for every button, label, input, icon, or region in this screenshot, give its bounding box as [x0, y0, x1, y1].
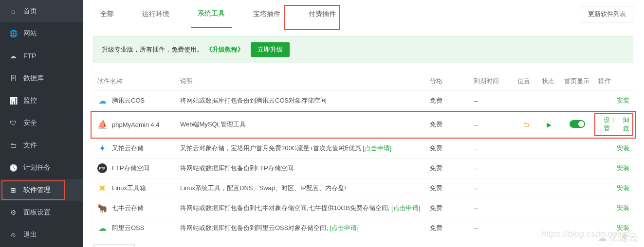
sidebar-item-label: 安全	[23, 119, 37, 127]
sidebar-item-label: 首页	[23, 7, 37, 16]
sidebar-item-label: FTP	[23, 52, 36, 60]
install-link[interactable]: 安装	[617, 224, 629, 231]
row-desc: 将网站或数据库打包备份到腾讯云COS对象存储空间	[180, 97, 327, 104]
row-name: 阿里云OSS	[112, 224, 144, 232]
tab-1[interactable]: 运行环境	[135, 0, 176, 28]
sidebar-item-label: 监控	[23, 96, 37, 105]
table-footer: 共7条数据 1 1/1	[93, 244, 633, 247]
install-link[interactable]: 安装	[617, 184, 629, 192]
install-link[interactable]: 安装	[617, 164, 629, 172]
settings-link[interactable]: 设置	[598, 116, 610, 133]
play-icon[interactable]: ▶	[547, 121, 552, 128]
table-row: FTPFTP存储空间将网站或数据库打包备份到FTP存储空间.免费--安装	[93, 159, 633, 178]
tab-3[interactable]: 宝塔插件	[246, 0, 287, 28]
main-panel: 全部运行环境系统工具宝塔插件付费插件 更新软件列表 升级专业版，所有插件，免费使…	[83, 0, 644, 247]
table-row: ☁阿里云OSS将网站或数据库打包备份到阿里云OSS对象存储空间, [点击申请]免…	[93, 218, 633, 238]
folder-icon: 🗀	[9, 141, 18, 149]
sidebar-item-label: 计划任务	[23, 163, 51, 172]
install-link[interactable]: 安装	[617, 97, 629, 104]
sidebar-item-label: 退出	[23, 230, 37, 239]
table-row: ✖Linux工具箱Linux系统工具，配置DNS、Swap、时区、IP配置、内存…	[93, 178, 633, 198]
apply-link[interactable]: [点击申请]	[363, 144, 391, 152]
app-icon: ✖	[97, 183, 107, 193]
sidebar-item-db[interactable]: 🗄数据库	[0, 67, 83, 89]
row-price: 免费	[426, 111, 470, 139]
row-price: 免费	[426, 91, 470, 111]
row-price: 免费	[426, 139, 470, 159]
sidebar-item-globe[interactable]: 🌐网站	[0, 22, 83, 45]
sidebar-item-exit[interactable]: ⎋退出	[0, 224, 83, 246]
row-name: 又拍云存储	[112, 144, 144, 153]
grid-icon: ⊞	[9, 186, 18, 194]
app-icon: ☁	[97, 96, 107, 106]
table-row: ☁腾讯云COS将网站或数据库打包备份到腾讯云COS对象存储空间免费--安装	[93, 91, 633, 111]
th-home: 首页显示	[560, 72, 594, 91]
sidebar-item-shield[interactable]: 🛡安全	[0, 112, 83, 134]
sidebar-item-folder[interactable]: 🗀文件	[0, 134, 83, 157]
row-price: 免费	[426, 218, 470, 238]
th-location: 位置	[514, 72, 538, 91]
row-expire: --	[470, 218, 514, 238]
db-icon: 🗄	[9, 74, 18, 82]
table-row: ⛵phpMyAdmin 4.4Web端MySQL管理工具免费--🗀▶设置|卸载	[93, 111, 633, 139]
sidebar-item-cloud[interactable]: ☁FTP	[0, 45, 83, 67]
row-expire: --	[470, 91, 514, 111]
sidebar: ⌂首页🌐网站☁FTP🗄数据库📊监控🛡安全🗀文件🕓计划任务⊞软件管理⚙面板设置⎋退…	[0, 0, 83, 247]
tab-4[interactable]: 付费插件	[302, 0, 343, 28]
tabs-row: 全部运行环境系统工具宝塔插件付费插件 更新软件列表	[93, 0, 633, 28]
app-icon: ⛵	[97, 120, 107, 129]
row-expire: --	[470, 139, 514, 159]
globe-icon: 🌐	[9, 30, 18, 37]
row-desc: 将网站或数据库打包备份到七牛对象存储空间,七牛提供10GB免费存储空间,	[180, 204, 391, 212]
row-expire: --	[470, 198, 514, 218]
row-price: 免费	[426, 159, 470, 178]
sidebar-item-label: 网站	[23, 29, 37, 38]
row-name: Linux工具箱	[112, 184, 146, 193]
upgrade-now-button[interactable]: 立即升级	[251, 42, 290, 57]
apply-link[interactable]: [点击申请]	[330, 224, 359, 231]
app-icon: FTP	[97, 163, 107, 173]
sidebar-item-label: 文件	[23, 141, 37, 150]
exit-icon: ⎋	[9, 231, 18, 239]
tab-2[interactable]: 系统工具	[191, 0, 232, 28]
row-price: 免费	[426, 178, 470, 198]
row-name: phpMyAdmin 4.4	[112, 121, 160, 128]
upgrade-banner: 升级专业版，所有插件，免费使用。 《升级教程》 立即升级	[93, 36, 633, 63]
row-name: FTP存储空间	[112, 164, 149, 173]
sidebar-item-gear[interactable]: ⚙面板设置	[0, 201, 83, 224]
tab-0[interactable]: 全部	[93, 0, 121, 28]
th-expire: 到期时间	[470, 72, 514, 91]
th-status: 状态	[538, 72, 560, 91]
sidebar-item-grid[interactable]: ⊞软件管理	[0, 179, 83, 201]
row-expire: --	[470, 111, 514, 139]
folder-icon[interactable]: 🗀	[523, 121, 529, 128]
update-software-list-button[interactable]: 更新软件列表	[581, 6, 633, 22]
install-link[interactable]: 安装	[617, 144, 629, 152]
upgrade-tutorial-link[interactable]: 《升级教程》	[206, 45, 244, 54]
uninstall-link[interactable]: 卸载	[618, 116, 629, 133]
app-icon: 🐂	[97, 203, 107, 213]
home-toggle[interactable]	[570, 120, 585, 128]
apply-link[interactable]: [点击申请]	[391, 204, 420, 212]
row-count: 共7条数据	[93, 244, 135, 247]
row-price: 免费	[426, 198, 470, 218]
th-price: 价格	[426, 72, 470, 91]
sidebar-item-home[interactable]: ⌂首页	[0, 0, 83, 22]
install-link[interactable]: 安装	[617, 204, 629, 212]
clock-icon: 🕓	[9, 164, 18, 172]
row-expire: --	[470, 178, 514, 198]
th-name: 软件名称	[93, 72, 176, 91]
row-desc: Linux系统工具，配置DNS、Swap、时区、IP配置、内存盘!	[180, 184, 346, 192]
sidebar-item-clock[interactable]: 🕓计划任务	[0, 157, 83, 179]
monitor-icon: 📊	[9, 97, 18, 105]
home-icon: ⌂	[9, 7, 18, 15]
row-desc: 将网站或数据库打包备份到阿里云OSS对象存储空间,	[180, 224, 330, 231]
table-row: 🐂七牛云存储将网站或数据库打包备份到七牛对象存储空间,七牛提供10GB免费存储空…	[93, 198, 633, 218]
row-expire: --	[470, 159, 514, 178]
sidebar-item-monitor[interactable]: 📊监控	[0, 89, 83, 112]
shield-icon: 🛡	[9, 119, 18, 127]
table-row: ✦又拍云存储又拍云对象存储，宝塔用户首月免费200G流量+首次充值9折优惠 [点…	[93, 139, 633, 159]
row-desc: Web端MySQL管理工具	[180, 121, 246, 128]
sidebar-item-label: 数据库	[23, 74, 44, 83]
app-icon: ✦	[97, 143, 107, 153]
